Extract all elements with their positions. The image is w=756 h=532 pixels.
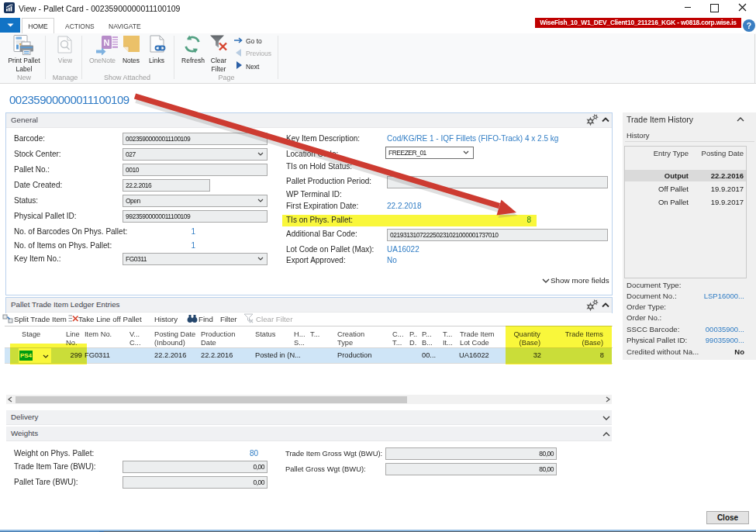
svg-text:N: N xyxy=(104,38,110,47)
